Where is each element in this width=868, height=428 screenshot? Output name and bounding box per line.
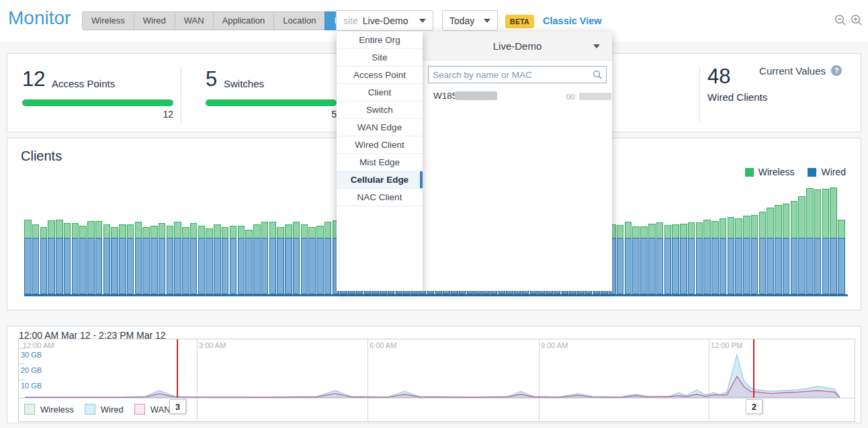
bar-wireless-segment [32, 224, 40, 239]
time-period-button[interactable]: Today [442, 10, 498, 31]
bar-wired-segment [324, 238, 332, 294]
menu-item-site[interactable]: Site [337, 49, 423, 67]
tab-wan[interactable]: WAN [175, 11, 214, 30]
bar-wired-segment [814, 238, 822, 294]
legend-label: Wired [101, 404, 124, 415]
bar-wireless-segment [720, 218, 727, 239]
bar-wired-segment [759, 238, 767, 294]
wireless-swatch-icon [24, 404, 35, 415]
bar-wireless-segment [830, 187, 837, 239]
bar-wireless-segment [167, 226, 174, 239]
bar-wired-segment [277, 238, 284, 294]
bar-wireless-segment [625, 222, 632, 239]
bar-wireless-segment [64, 223, 71, 239]
menu-item-client[interactable]: Client [337, 84, 423, 101]
legend-label: Wired [821, 167, 846, 177]
bar-wired-segment [711, 238, 719, 294]
legend-item-wired: Wired [808, 167, 846, 177]
menu-item-cellular-edge[interactable]: Cellular Edge [337, 171, 423, 189]
legend-label: WAN [150, 404, 171, 415]
zoom-in-icon[interactable] [851, 14, 863, 26]
bar-wireless-segment [111, 227, 118, 239]
tab-location[interactable]: Location [273, 11, 325, 30]
zoom-out-icon[interactable] [834, 14, 847, 26]
site-selector-button[interactable]: site Live-Demo [336, 10, 433, 31]
site-selector-prefix: site [343, 15, 358, 26]
bar-wireless-segment [56, 220, 63, 239]
bar-wired-segment [103, 238, 111, 294]
switches-bar-value: 5 [206, 109, 337, 120]
bar-wired-segment [625, 238, 632, 294]
caret-down-icon [484, 19, 490, 23]
tab-wired[interactable]: Wired [134, 11, 175, 30]
bar-wired-segment [617, 238, 624, 294]
bar-wired-segment [167, 238, 174, 294]
bar-wired-segment [198, 238, 206, 294]
classic-view-link[interactable]: Classic View [543, 15, 602, 26]
bar-wired-segment [150, 238, 158, 294]
bar-wired-segment [245, 238, 253, 294]
bar-wireless-segment [324, 222, 332, 239]
device-picker-site-selector[interactable]: Live-Demo [423, 32, 612, 60]
bar-wired-segment [230, 238, 237, 294]
event-marker-line [753, 339, 754, 398]
bar-wireless-segment [775, 205, 782, 239]
timeline-chart[interactable]: 12:00 AM 3:00 AM 6:00 AM 9:00 AM 12:00 P… [18, 339, 855, 422]
bar-wired-segment [720, 238, 727, 294]
device-search-input[interactable] [429, 70, 593, 80]
redacted-device-mac [579, 93, 611, 100]
bar-wired-segment [72, 238, 79, 294]
bar-wired-segment [664, 238, 672, 294]
bar-wireless-segment [269, 222, 277, 239]
bar-wired-segment [135, 238, 142, 294]
bar-wireless-segment [838, 220, 845, 239]
bar-wired-segment [261, 238, 269, 294]
device-picker-site-name: Live-Demo [493, 40, 542, 52]
bar-wired-segment [253, 238, 261, 294]
event-count-badge[interactable]: 3 [169, 399, 186, 414]
device-list-item[interactable]: W185 00: [423, 89, 612, 103]
monitor-tab-group: Wireless Wired WAN Application Location … [82, 11, 374, 30]
caret-down-icon [419, 19, 426, 23]
legend-item-wireless: Wireless [745, 167, 795, 177]
menu-item-access-point[interactable]: Access Point [337, 67, 423, 84]
bar-wired-segment [830, 238, 837, 294]
bar-wireless-segment [293, 222, 300, 239]
bar-wireless-segment [640, 226, 648, 239]
event-count-badge[interactable]: 2 [746, 399, 763, 414]
bar-wired-segment [301, 238, 308, 294]
series-area-wired [25, 355, 840, 398]
bar-wired-segment [316, 238, 324, 294]
switches-status-bar [206, 99, 337, 106]
bar-wireless-segment [174, 222, 181, 239]
bar-wireless-segment [87, 221, 95, 239]
bar-wired-segment [87, 238, 95, 294]
clients-chart-legend: Wireless Wired [745, 167, 846, 177]
menu-item-wired-client[interactable]: Wired Client [337, 136, 423, 154]
bar-wired-segment [119, 238, 126, 294]
site-selector-value: Live-Demo [363, 15, 408, 26]
menu-item-wan-edge[interactable]: WAN Edge [337, 119, 423, 136]
tab-wireless[interactable]: Wireless [82, 11, 134, 30]
bar-wireless-segment [728, 217, 735, 239]
menu-item-switch[interactable]: Switch [337, 101, 423, 119]
access-points-label: Access Points [52, 78, 115, 89]
bar-wired-segment [206, 238, 213, 294]
bar-wired-segment [728, 238, 735, 294]
bar-wireless-segment [703, 220, 711, 239]
bar-wired-segment [64, 238, 71, 294]
tab-application[interactable]: Application [213, 11, 275, 30]
menu-item-nac-client[interactable]: NAC Client [337, 189, 423, 206]
bar-wireless-segment [806, 188, 814, 239]
series-line-wired [25, 355, 840, 397]
bar-wired-segment [142, 238, 150, 294]
legend-label: Wireless [758, 167, 795, 177]
bar-wireless-segment [206, 228, 213, 239]
bar-wireless-segment [783, 204, 790, 239]
bar-wireless-segment [222, 227, 229, 239]
bar-wireless-segment [48, 220, 55, 239]
bar-wireless-segment [127, 224, 134, 239]
menu-item-mist-edge[interactable]: Mist Edge [337, 154, 423, 171]
menu-item-entire-org[interactable]: Entire Org [337, 32, 423, 49]
help-icon[interactable]: ? [831, 65, 842, 76]
